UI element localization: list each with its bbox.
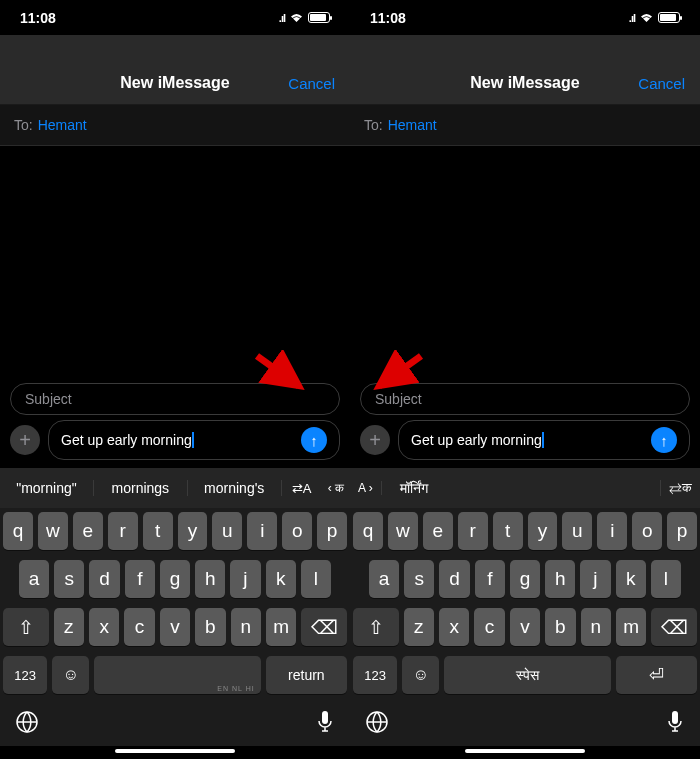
key-d[interactable]: d: [89, 560, 119, 598]
key-f[interactable]: f: [125, 560, 155, 598]
cancel-button[interactable]: Cancel: [638, 75, 685, 92]
space-key[interactable]: स्पेस: [444, 656, 610, 694]
subject-input[interactable]: Subject: [10, 383, 340, 415]
key-r[interactable]: r: [108, 512, 138, 550]
prediction-item[interactable]: "morning": [0, 480, 94, 496]
key-o[interactable]: o: [632, 512, 662, 550]
prediction-item[interactable]: मॉर्निंग: [382, 480, 660, 497]
key-o[interactable]: o: [282, 512, 312, 550]
cancel-button[interactable]: Cancel: [288, 75, 335, 92]
key-c[interactable]: c: [124, 608, 154, 646]
subject-input[interactable]: Subject: [360, 383, 690, 415]
key-a[interactable]: a: [369, 560, 399, 598]
prediction-item[interactable]: mornings: [94, 480, 188, 496]
key-l[interactable]: l: [651, 560, 681, 598]
shift-key[interactable]: ⇧: [353, 608, 399, 646]
key-l[interactable]: l: [301, 560, 331, 598]
key-t[interactable]: t: [143, 512, 173, 550]
message-text: Get up early morning: [61, 432, 194, 448]
time: 11:08: [370, 10, 406, 26]
predictive-bar: A › मॉर्निंग ⇄क: [350, 468, 700, 508]
key-x[interactable]: x: [89, 608, 119, 646]
send-button[interactable]: ↑: [651, 427, 677, 453]
phone-right: 11:08 .ıl New iMessage Cancel To: Hemant…: [350, 0, 700, 759]
key-f[interactable]: f: [475, 560, 505, 598]
send-button[interactable]: ↑: [301, 427, 327, 453]
emoji-key[interactable]: ☺: [402, 656, 439, 694]
key-t[interactable]: t: [493, 512, 523, 550]
key-b[interactable]: b: [195, 608, 225, 646]
multilingual-toggle-icon[interactable]: ⇄क: [660, 480, 700, 496]
key-y[interactable]: y: [178, 512, 208, 550]
signal-icon: .ıl: [629, 12, 635, 24]
backspace-key[interactable]: ⌫: [651, 608, 697, 646]
key-x[interactable]: x: [439, 608, 469, 646]
key-s[interactable]: s: [404, 560, 434, 598]
key-e[interactable]: e: [73, 512, 103, 550]
globe-icon[interactable]: [15, 710, 39, 740]
key-h[interactable]: h: [545, 560, 575, 598]
key-u[interactable]: u: [212, 512, 242, 550]
return-key[interactable]: return: [266, 656, 347, 694]
key-p[interactable]: p: [317, 512, 347, 550]
key-m[interactable]: m: [266, 608, 296, 646]
key-p[interactable]: p: [667, 512, 697, 550]
number-key[interactable]: 123: [3, 656, 47, 694]
status-bar: 11:08 .ıl: [350, 0, 700, 35]
key-z[interactable]: z: [404, 608, 434, 646]
status-icons: .ıl: [629, 10, 680, 25]
add-attachment-button[interactable]: +: [360, 425, 390, 455]
key-a[interactable]: a: [19, 560, 49, 598]
key-y[interactable]: y: [528, 512, 558, 550]
key-u[interactable]: u: [562, 512, 592, 550]
backspace-key[interactable]: ⌫: [301, 608, 347, 646]
shift-key[interactable]: ⇧: [3, 608, 49, 646]
wifi-icon: [289, 10, 304, 25]
number-key[interactable]: 123: [353, 656, 397, 694]
key-z[interactable]: z: [54, 608, 84, 646]
home-indicator[interactable]: [465, 749, 585, 753]
add-attachment-button[interactable]: +: [10, 425, 40, 455]
key-c[interactable]: c: [474, 608, 504, 646]
key-s[interactable]: s: [54, 560, 84, 598]
key-r[interactable]: r: [458, 512, 488, 550]
key-w[interactable]: w: [38, 512, 68, 550]
key-i[interactable]: i: [247, 512, 277, 550]
key-n[interactable]: n: [231, 608, 261, 646]
mic-icon[interactable]: [665, 710, 685, 740]
key-j[interactable]: j: [230, 560, 260, 598]
key-d[interactable]: d: [439, 560, 469, 598]
emoji-key[interactable]: ☺: [52, 656, 89, 694]
multilingual-toggle-icon[interactable]: ⇄A: [282, 481, 322, 496]
language-hint-button[interactable]: ‹ क: [322, 481, 350, 495]
prediction-item[interactable]: morning's: [188, 480, 282, 496]
key-m[interactable]: m: [616, 608, 646, 646]
key-w[interactable]: w: [388, 512, 418, 550]
language-exit-button[interactable]: A ›: [350, 481, 382, 495]
key-h[interactable]: h: [195, 560, 225, 598]
key-i[interactable]: i: [597, 512, 627, 550]
return-key[interactable]: ⏎: [616, 656, 697, 694]
key-v[interactable]: v: [160, 608, 190, 646]
to-field[interactable]: To: Hemant: [0, 105, 350, 146]
key-e[interactable]: e: [423, 512, 453, 550]
signal-icon: .ıl: [279, 12, 285, 24]
key-q[interactable]: q: [3, 512, 33, 550]
key-q[interactable]: q: [353, 512, 383, 550]
mic-icon[interactable]: [315, 710, 335, 740]
message-input[interactable]: Get up early morning ↑: [398, 420, 690, 460]
message-input[interactable]: Get up early morning ↑: [48, 420, 340, 460]
key-v[interactable]: v: [510, 608, 540, 646]
key-g[interactable]: g: [160, 560, 190, 598]
status-bar: 11:08 .ıl: [0, 0, 350, 35]
key-b[interactable]: b: [545, 608, 575, 646]
globe-icon[interactable]: [365, 710, 389, 740]
to-field[interactable]: To: Hemant: [350, 105, 700, 146]
key-j[interactable]: j: [580, 560, 610, 598]
key-g[interactable]: g: [510, 560, 540, 598]
home-indicator[interactable]: [115, 749, 235, 753]
key-k[interactable]: k: [266, 560, 296, 598]
space-key[interactable]: EN NL HI: [94, 656, 260, 694]
key-n[interactable]: n: [581, 608, 611, 646]
key-k[interactable]: k: [616, 560, 646, 598]
